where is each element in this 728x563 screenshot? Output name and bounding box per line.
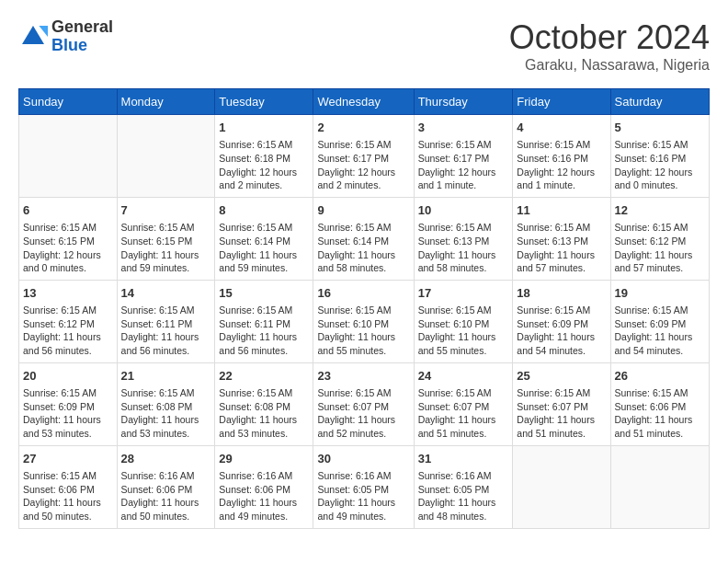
calendar-cell: 21Sunrise: 6:15 AMSunset: 6:08 PMDayligh… [117,362,215,445]
sunset-text: Sunset: 6:15 PM [121,235,211,248]
calendar-cell: 23Sunrise: 6:15 AMSunset: 6:07 PMDayligh… [313,362,414,445]
column-header-monday: Monday [117,89,215,115]
sunset-text: Sunset: 6:07 PM [317,400,409,414]
calendar-cell: 9Sunrise: 6:15 AMSunset: 6:14 PMDaylight… [313,197,414,280]
day-number: 24 [418,368,509,385]
calendar-cell: 10Sunrise: 6:15 AMSunset: 6:13 PMDayligh… [414,197,513,280]
day-number: 26 [615,368,705,385]
sunrise-text: Sunrise: 6:15 AM [418,304,509,317]
daylight-text: Daylight: 11 hours and 52 minutes. [317,413,409,440]
sunrise-text: Sunrise: 6:15 AM [615,138,705,152]
sunrise-text: Sunrise: 6:16 AM [418,469,509,483]
day-number: 6 [23,202,113,219]
calendar-cell: 11Sunrise: 6:15 AMSunset: 6:13 PMDayligh… [513,197,610,280]
column-header-saturday: Saturday [610,89,709,115]
day-number: 29 [219,451,309,467]
day-number: 13 [23,285,113,302]
calendar-cell: 30Sunrise: 6:16 AMSunset: 6:05 PMDayligh… [313,445,414,528]
sunset-text: Sunset: 6:06 PM [219,483,309,497]
calendar-cell: 13Sunrise: 6:15 AMSunset: 6:12 PMDayligh… [19,280,118,362]
calendar-cell: 22Sunrise: 6:15 AMSunset: 6:08 PMDayligh… [215,362,313,445]
sunrise-text: Sunrise: 6:16 AM [219,469,309,483]
calendar-header-row: SundayMondayTuesdayWednesdayThursdayFrid… [19,89,710,115]
sunset-text: Sunset: 6:09 PM [615,317,705,331]
calendar-week-row: 13Sunrise: 6:15 AMSunset: 6:12 PMDayligh… [19,280,710,362]
sunrise-text: Sunrise: 6:15 AM [517,386,606,400]
daylight-text: Daylight: 11 hours and 57 minutes. [615,248,705,275]
logo: General Blue [18,18,113,55]
day-number: 7 [121,202,211,219]
location: Garaku, Nassarawa, Nigeria [509,57,710,74]
day-number: 31 [418,451,509,467]
day-number: 11 [517,202,606,219]
sunrise-text: Sunrise: 6:16 AM [317,469,409,483]
day-number: 4 [517,120,606,136]
calendar-cell: 2Sunrise: 6:15 AMSunset: 6:17 PMDaylight… [313,115,414,198]
calendar-cell: 29Sunrise: 6:16 AMSunset: 6:06 PMDayligh… [215,445,313,528]
column-header-thursday: Thursday [414,89,513,115]
daylight-text: Daylight: 11 hours and 53 minutes. [219,413,309,440]
day-number: 12 [615,202,705,219]
sunset-text: Sunset: 6:12 PM [23,317,113,331]
calendar-cell [513,445,610,528]
sunset-text: Sunset: 6:08 PM [121,400,211,414]
calendar-cell: 12Sunrise: 6:15 AMSunset: 6:12 PMDayligh… [610,197,709,280]
day-number: 23 [317,368,409,385]
calendar-week-row: 6Sunrise: 6:15 AMSunset: 6:15 PMDaylight… [19,197,710,280]
calendar-cell: 19Sunrise: 6:15 AMSunset: 6:09 PMDayligh… [610,280,709,362]
sunset-text: Sunset: 6:13 PM [418,235,509,248]
daylight-text: Daylight: 11 hours and 55 minutes. [418,330,509,357]
day-number: 1 [219,120,309,136]
sunrise-text: Sunrise: 6:15 AM [23,221,113,235]
daylight-text: Daylight: 12 hours and 0 minutes. [615,166,705,192]
calendar-table: SundayMondayTuesdayWednesdayThursdayFrid… [18,88,710,529]
day-number: 19 [615,285,705,302]
logo-general: General [51,18,113,37]
daylight-text: Daylight: 11 hours and 56 minutes. [121,330,211,357]
calendar-cell: 15Sunrise: 6:15 AMSunset: 6:11 PMDayligh… [215,280,313,362]
calendar-cell [117,115,215,198]
daylight-text: Daylight: 11 hours and 50 minutes. [121,496,211,523]
calendar-cell: 6Sunrise: 6:15 AMSunset: 6:15 PMDaylight… [19,197,118,280]
calendar-cell: 25Sunrise: 6:15 AMSunset: 6:07 PMDayligh… [513,362,610,445]
day-number: 14 [121,285,211,302]
svg-marker-0 [22,26,44,44]
calendar-cell: 16Sunrise: 6:15 AMSunset: 6:10 PMDayligh… [313,280,414,362]
day-number: 20 [23,368,113,385]
daylight-text: Daylight: 11 hours and 55 minutes. [317,330,409,357]
sunrise-text: Sunrise: 6:15 AM [121,304,211,317]
sunrise-text: Sunrise: 6:16 AM [121,469,211,483]
calendar-cell: 1Sunrise: 6:15 AMSunset: 6:18 PMDaylight… [215,115,313,198]
sunset-text: Sunset: 6:11 PM [219,317,309,331]
sunrise-text: Sunrise: 6:15 AM [317,221,409,235]
day-number: 30 [317,451,409,467]
logo-blue-text: Blue [51,37,113,55]
sunset-text: Sunset: 6:11 PM [121,317,211,331]
daylight-text: Daylight: 12 hours and 0 minutes. [23,248,113,275]
daylight-text: Daylight: 11 hours and 53 minutes. [23,413,113,440]
sunrise-text: Sunrise: 6:15 AM [219,386,309,400]
sunrise-text: Sunrise: 6:15 AM [219,304,309,317]
sunset-text: Sunset: 6:18 PM [219,152,309,166]
daylight-text: Daylight: 12 hours and 1 minute. [517,166,606,192]
day-number: 21 [121,368,211,385]
daylight-text: Daylight: 11 hours and 53 minutes. [121,413,211,440]
daylight-text: Daylight: 11 hours and 51 minutes. [418,413,509,440]
sunrise-text: Sunrise: 6:15 AM [317,386,409,400]
sunset-text: Sunset: 6:17 PM [418,152,509,166]
daylight-text: Daylight: 11 hours and 58 minutes. [317,248,409,275]
day-number: 17 [418,285,509,302]
day-number: 3 [418,120,509,136]
column-header-wednesday: Wednesday [313,89,414,115]
sunset-text: Sunset: 6:17 PM [317,152,409,166]
daylight-text: Daylight: 11 hours and 59 minutes. [121,248,211,275]
logo-icon [18,22,48,52]
sunset-text: Sunset: 6:12 PM [615,235,705,248]
calendar-cell: 26Sunrise: 6:15 AMSunset: 6:06 PMDayligh… [610,362,709,445]
day-number: 10 [418,202,509,219]
calendar-week-row: 1Sunrise: 6:15 AMSunset: 6:18 PMDaylight… [19,115,710,198]
calendar-week-row: 20Sunrise: 6:15 AMSunset: 6:09 PMDayligh… [19,362,710,445]
day-number: 27 [23,451,113,467]
sunrise-text: Sunrise: 6:15 AM [219,138,309,152]
calendar-cell [610,445,709,528]
